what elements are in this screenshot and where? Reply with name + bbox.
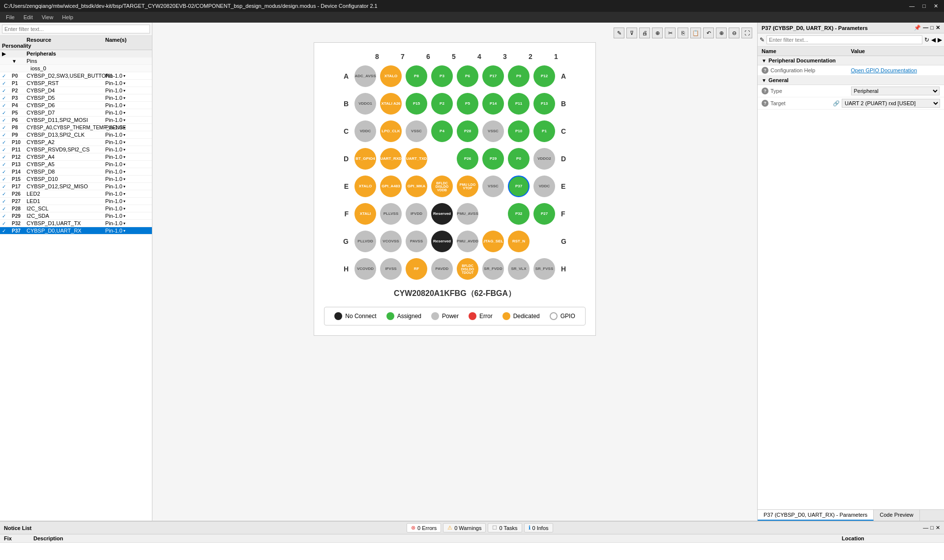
next-icon[interactable]: ▶ bbox=[938, 36, 942, 43]
menu-help[interactable]: Help bbox=[58, 14, 77, 21]
personality-dropdown[interactable]: ▾ bbox=[123, 111, 125, 115]
pin-h2[interactable]: SR_VLX bbox=[508, 258, 530, 280]
print-button[interactable]: 🖨 bbox=[639, 28, 650, 38]
pin-b7[interactable]: XTALI A26 bbox=[380, 93, 402, 115]
prev-icon[interactable]: ◀ bbox=[931, 36, 936, 43]
target-select[interactable]: UART 2 (PUART) rxd [USED] bbox=[842, 99, 940, 108]
fit-button[interactable]: ⛶ bbox=[741, 28, 752, 38]
pin-b6[interactable]: P15 bbox=[406, 93, 427, 115]
minimize-button[interactable]: — bbox=[907, 3, 916, 9]
table-row[interactable]: ✓ P12 CYBSP_A4 Pin-1.0▾ bbox=[0, 153, 152, 161]
pin-a4[interactable]: P6 bbox=[457, 65, 478, 87]
personality-dropdown[interactable]: ▾ bbox=[123, 88, 125, 93]
pin-d2[interactable]: P0 bbox=[508, 148, 530, 170]
personality-dropdown[interactable]: ▾ bbox=[123, 140, 125, 145]
table-row[interactable]: ✓ P26 LED2 Pin-1.0▾ bbox=[0, 190, 152, 198]
params-group-general[interactable]: ▼ General bbox=[758, 76, 944, 85]
left-filter-input[interactable] bbox=[2, 25, 150, 33]
pin-c2[interactable]: P10 bbox=[508, 120, 530, 142]
target-dropdown[interactable]: 🔗 UART 2 (PUART) rxd [USED] bbox=[833, 99, 940, 108]
table-row[interactable]: ✓ P17 CYBSP_D12,SPI2_MISO Pin-1.0▾ bbox=[0, 183, 152, 190]
right-panel-pin-button[interactable]: 📌 bbox=[914, 25, 921, 31]
personality-dropdown[interactable]: ▾ bbox=[123, 184, 125, 189]
personality-dropdown[interactable]: ▾ bbox=[123, 74, 125, 78]
add-button[interactable]: ⊕ bbox=[652, 28, 663, 38]
pin-f5-reserved[interactable]: Reserved bbox=[431, 203, 453, 225]
group-peripherals[interactable]: ▶ Peripherals bbox=[0, 50, 152, 58]
pin-e3[interactable]: VSSC bbox=[482, 176, 504, 197]
pin-b1[interactable]: P13 bbox=[533, 93, 555, 115]
pin-a7[interactable]: XTALO bbox=[380, 65, 402, 87]
table-row[interactable]: ✓ P8 CYBSP_A0,CYBSP_THERM_TEMP_SENSE Pin… bbox=[0, 124, 152, 131]
pin-c6[interactable]: VSSC bbox=[406, 120, 427, 142]
expand-pins[interactable]: ▼ bbox=[12, 59, 27, 64]
pin-f4[interactable]: PMU_AVSS bbox=[457, 203, 478, 225]
table-row[interactable]: ✓ P27 LED1 Pin-1.0▾ bbox=[0, 198, 152, 205]
pin-b5[interactable]: P2 bbox=[431, 93, 453, 115]
pin-f8[interactable]: XTALI bbox=[354, 203, 376, 225]
help-icon-type[interactable]: ? bbox=[762, 88, 768, 94]
pin-g3[interactable]: JTAG_SEL bbox=[482, 231, 504, 252]
personality-dropdown[interactable]: ▾ bbox=[123, 221, 125, 226]
pin-g7[interactable]: VCOVSS bbox=[380, 231, 402, 252]
pin-h8[interactable]: VCOVDD bbox=[354, 258, 376, 280]
pin-a5[interactable]: P3 bbox=[431, 65, 453, 87]
pin-f6[interactable]: IFVDD bbox=[406, 203, 427, 225]
pin-h1[interactable]: SR_FVSS bbox=[533, 258, 555, 280]
expand-peripherals[interactable]: ▶ bbox=[2, 51, 12, 57]
pin-h5[interactable]: PAVDD bbox=[431, 258, 453, 280]
copy-button[interactable]: ⎘ bbox=[678, 28, 688, 38]
pin-e4[interactable]: PMU LDO VTOP bbox=[457, 176, 478, 197]
close-button[interactable]: ✕ bbox=[932, 3, 940, 9]
params-group-peripheral-doc[interactable]: ▼ Peripheral Documentation bbox=[758, 56, 944, 65]
table-row[interactable]: ✓ P3 CYBSP_D5 Pin-1.0▾ bbox=[0, 94, 152, 102]
personality-dropdown[interactable]: ▾ bbox=[123, 192, 125, 196]
pin-b4[interactable]: P5 bbox=[457, 93, 478, 115]
right-panel-max-button[interactable]: □ bbox=[930, 25, 934, 31]
pin-e8[interactable]: XTALO bbox=[354, 176, 376, 197]
pin-g5-reserved[interactable]: Reserved bbox=[431, 231, 453, 252]
pin-g2[interactable]: RST_N bbox=[508, 231, 530, 252]
personality-dropdown[interactable]: ▾ bbox=[123, 118, 125, 122]
tab-parameters[interactable]: P37 (CYBSP_D0, UART_RX) - Parameters bbox=[758, 510, 874, 521]
pin-c3[interactable]: VSSC bbox=[482, 120, 504, 142]
table-row[interactable]: ✓ P32 CYBSP_D1,UART_TX Pin-1.0▾ bbox=[0, 220, 152, 227]
table-row[interactable]: ✓ P10 CYBSP_A2 Pin-1.0▾ bbox=[0, 139, 152, 146]
personality-dropdown[interactable]: ▾ bbox=[123, 206, 125, 211]
table-row[interactable]: ✓ P11 CYBSP_RSVD9,SPI2_CS Pin-1.0▾ bbox=[0, 146, 152, 153]
pin-c5[interactable]: P4 bbox=[431, 120, 453, 142]
pin-e2-p37[interactable]: P37 bbox=[508, 176, 530, 197]
pin-f1[interactable]: P27 bbox=[533, 203, 555, 225]
refresh-icon[interactable]: ↻ bbox=[924, 36, 929, 43]
right-panel-min-button[interactable]: — bbox=[923, 25, 928, 31]
edit-button[interactable]: ✎ bbox=[614, 28, 624, 38]
personality-dropdown[interactable]: ▾ bbox=[123, 125, 125, 130]
pin-a3[interactable]: P17 bbox=[482, 65, 504, 87]
pin-h7[interactable]: IFVSS bbox=[380, 258, 402, 280]
pin-d3[interactable]: P29 bbox=[482, 148, 504, 170]
help-icon-target[interactable]: ? bbox=[762, 100, 768, 107]
personality-dropdown[interactable]: ▾ bbox=[123, 162, 125, 167]
pin-g8[interactable]: PLLVDD bbox=[354, 231, 376, 252]
notice-max-button[interactable]: □ bbox=[930, 525, 934, 531]
pin-h4[interactable]: BFLDC DISLDO TDOUT bbox=[457, 258, 478, 280]
pin-a2[interactable]: P9 bbox=[508, 65, 530, 87]
pin-e1[interactable]: VDDC bbox=[533, 176, 555, 197]
table-row[interactable]: ✓ P6 CYBSP_D11,SPI2_MOSI Pin-1.0▾ bbox=[0, 117, 152, 124]
pin-c7[interactable]: LPO_CLK bbox=[380, 120, 402, 142]
table-row-p37[interactable]: ✓ P37 CYBSP_D0,UART_RX Pin-1.0▾ bbox=[0, 227, 152, 235]
maximize-button[interactable]: □ bbox=[920, 3, 928, 9]
pin-a8[interactable]: ADC_AVSS bbox=[354, 65, 376, 87]
group-ioss[interactable]: ioss_0 bbox=[0, 65, 152, 72]
notice-tab-warnings[interactable]: ⚠ 0 Warnings bbox=[443, 523, 486, 532]
personality-dropdown[interactable]: ▾ bbox=[123, 214, 125, 218]
pin-f7[interactable]: PLLVSS bbox=[380, 203, 402, 225]
pin-d8[interactable]: BT_GPIO4 bbox=[354, 148, 376, 170]
personality-dropdown[interactable]: ▾ bbox=[123, 155, 125, 159]
personality-dropdown[interactable]: ▾ bbox=[123, 81, 125, 86]
pin-g6[interactable]: PAVSS bbox=[406, 231, 427, 252]
pin-a1[interactable]: P12 bbox=[533, 65, 555, 87]
personality-dropdown[interactable]: ▾ bbox=[123, 170, 125, 174]
table-row[interactable]: ✓ P29 I2C_SDA Pin-1.0▾ bbox=[0, 212, 152, 220]
table-row[interactable]: ✓ P15 CYBSP_D10 Pin-1.0▾ bbox=[0, 176, 152, 183]
